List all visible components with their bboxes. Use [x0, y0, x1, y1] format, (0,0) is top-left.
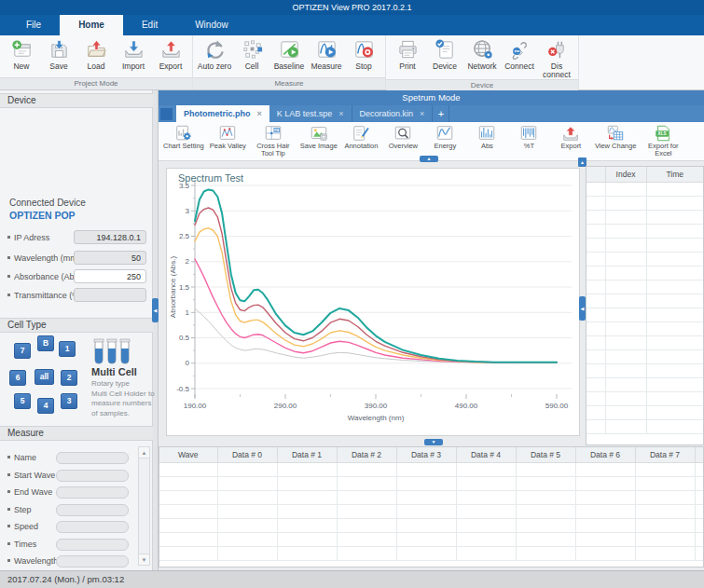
view-change-icon: [606, 124, 625, 143]
spectrum-tool-export[interactable]: Export: [550, 122, 592, 160]
table-cell: [159, 476, 217, 490]
cell-button-5[interactable]: 5: [14, 393, 31, 409]
measure-field-times-input[interactable]: [56, 539, 129, 551]
ribbon-group-label: Measure: [193, 77, 385, 89]
spectrum-tool-chart-setting[interactable]: Chart Setting: [160, 122, 207, 160]
table-cell: [587, 335, 605, 349]
ribbon-button-auto-zero[interactable]: Auto zero: [196, 36, 233, 77]
ribbon-button-save[interactable]: Save: [40, 36, 77, 77]
tab-close-icon[interactable]: ×: [420, 109, 424, 118]
measure-field-end-wave-input[interactable]: [56, 486, 129, 499]
ribbon-button-baseline[interactable]: Baseline: [270, 36, 308, 77]
scroll-up-icon[interactable]: ▲: [139, 447, 149, 458]
sidebar-expander-handle[interactable]: ◀: [152, 298, 159, 322]
toolbar-collapse-button[interactable]: ▲: [420, 156, 438, 162]
tab-close-icon[interactable]: ×: [338, 109, 343, 118]
scroll-down-icon[interactable]: ▼: [139, 554, 149, 565]
measure-field-start-wave-input[interactable]: [56, 470, 129, 482]
ribbon-button-export[interactable]: Export: [152, 36, 189, 77]
autozero-icon: [203, 38, 227, 62]
spectrum-tool-overview[interactable]: Overview: [382, 122, 424, 160]
ribbon: New Save Load Import Export Pr: [0, 35, 704, 90]
device-field-transmittance-t-input[interactable]: [74, 288, 146, 302]
spectrum-tool-t[interactable]: %T: [508, 122, 550, 160]
svg-text:0.5: 0.5: [179, 334, 190, 342]
measure-field-speed-input[interactable]: [56, 521, 129, 533]
tab-decoration-kin[interactable]: Decoration.kin ×: [352, 105, 434, 122]
measure-icon: [315, 38, 338, 62]
measure-field-step-input[interactable]: [56, 504, 129, 516]
ribbon-button-import[interactable]: Import: [115, 36, 152, 77]
measure-field-name-input[interactable]: [56, 452, 129, 464]
measure-field-label: Name: [7, 453, 36, 462]
spectrum-tool-annotation[interactable]: Annotation: [340, 122, 382, 160]
table-row: [587, 349, 703, 363]
tab-k-lab-test-spe[interactable]: K LAB test.spe ×: [269, 105, 352, 122]
cell-button-2[interactable]: 2: [61, 370, 77, 386]
table-cell: [456, 518, 516, 532]
tab-scroll-button[interactable]: [160, 108, 173, 120]
tab-close-icon[interactable]: ×: [257, 109, 262, 118]
spectrum-tool-view-change[interactable]: View Change: [592, 122, 639, 160]
window-title: OPTIZEN View PRO 2017.0.2.1: [0, 0, 704, 15]
spectrum-chart[interactable]: -0.500.511.522.533.5190.00290.00390.0049…: [167, 169, 579, 435]
table-row: [587, 210, 703, 224]
peak-valley-icon: [218, 124, 237, 143]
table-cell: [605, 377, 646, 391]
ribbon-button-cell[interactable]: Cell: [233, 36, 270, 77]
cell-button-1[interactable]: 1: [59, 341, 76, 357]
ribbon-button-print[interactable]: Print: [389, 36, 426, 79]
cell-button-3[interactable]: 3: [61, 393, 77, 409]
cell-button-6[interactable]: 6: [9, 370, 26, 386]
table-cell: [396, 462, 456, 476]
table-cell: [159, 504, 217, 518]
annotation-icon: [352, 124, 370, 143]
spectrum-tool-cross-hair-tool-tip[interactable]: Cross Hair Tool Tip: [249, 122, 297, 160]
device-field-wavelength-mm-input[interactable]: [74, 251, 146, 265]
table-cell: [516, 518, 575, 532]
cell-button-7[interactable]: 7: [14, 343, 31, 359]
table-cell: [646, 321, 703, 335]
table-cell: [337, 462, 396, 476]
export-icon: [159, 38, 183, 62]
right-panel-expander-handle[interactable]: ◀: [579, 296, 586, 321]
cell-button-4[interactable]: 4: [37, 398, 54, 414]
ribbon-button-stop[interactable]: Stop: [345, 36, 382, 77]
device-icon: [434, 38, 457, 62]
ribbon-button-measure[interactable]: Measure: [308, 36, 345, 77]
ribbon-button-dis-connect[interactable]: Dis connect: [538, 36, 575, 79]
stop-icon: [352, 38, 376, 62]
ribbon-button-new[interactable]: New: [3, 36, 40, 77]
menu-item-home[interactable]: Home: [60, 15, 123, 35]
spectrum-tool-energy[interactable]: Energy: [424, 122, 466, 160]
table-cell: [587, 294, 605, 308]
measure-field-label: Times: [7, 540, 36, 549]
tab-photometric-pho[interactable]: Photometric.pho ×: [176, 105, 269, 122]
ribbon-button-connect[interactable]: Connect: [501, 36, 538, 79]
table-cell: [456, 532, 516, 546]
bottom-table-collapse-button[interactable]: ▼: [424, 439, 443, 445]
ribbon-button-network[interactable]: Network: [463, 36, 501, 79]
menu-item-file[interactable]: File: [7, 15, 60, 35]
new-tab-button[interactable]: +: [433, 105, 449, 122]
ribbon-button-load[interactable]: Load: [77, 36, 115, 77]
device-field-ip-adress-input[interactable]: [74, 230, 146, 244]
spectrum-tool-export-for-excel[interactable]: XLS Export for Excel: [639, 122, 687, 160]
menu-item-window[interactable]: Window: [176, 15, 247, 35]
spectrum-tool-peak-valley[interactable]: Peak Valley: [207, 122, 249, 160]
device-field-absorbance-abs-input[interactable]: [74, 269, 146, 283]
cell-button-all[interactable]: all: [35, 369, 54, 385]
spectrum-tool-save-image[interactable]: Save Image: [297, 122, 340, 160]
export-excel-icon: XLS: [654, 124, 672, 143]
table-cell: [217, 518, 277, 532]
measure-scrollbar[interactable]: ▲ ▼: [138, 446, 150, 566]
table-cell: [159, 490, 217, 504]
column-header: Index: [605, 167, 646, 182]
spectrum-tool-abs[interactable]: Abs: [466, 122, 508, 160]
ribbon-button-device[interactable]: Device: [426, 36, 463, 79]
menu-item-edit[interactable]: Edit: [123, 15, 176, 35]
cell-button-b[interactable]: B: [37, 335, 54, 351]
measure-field-wavelength-input[interactable]: [56, 555, 129, 567]
column-header: Wave: [159, 447, 217, 462]
table-cell: [277, 504, 337, 518]
